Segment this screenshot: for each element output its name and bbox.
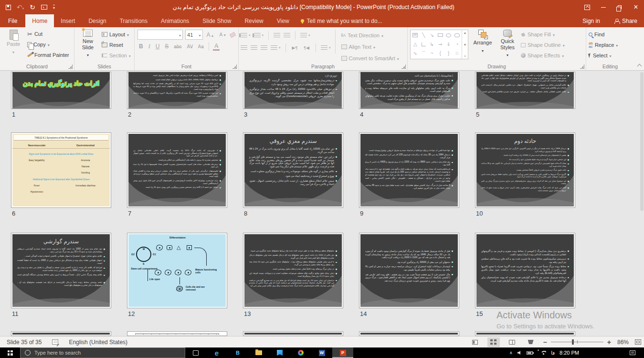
- collapse-ribbon-icon[interactable]: [637, 64, 642, 69]
- bold-icon[interactable]: B: [137, 43, 145, 50]
- align-center-icon[interactable]: [251, 45, 257, 50]
- tab-home[interactable]: Home: [25, 14, 54, 27]
- font-dialog-launcher[interactable]: [232, 65, 237, 69]
- font-size-select[interactable]: 41: [185, 30, 202, 40]
- reading-view-button[interactable]: [506, 337, 518, 347]
- slide-thumbnail[interactable]: [11, 331, 111, 336]
- slideshow-view-button[interactable]: [525, 337, 537, 347]
- task-view-button[interactable]: [185, 347, 206, 358]
- align-text-button[interactable]: Align Text: [340, 42, 401, 52]
- bullets-icon[interactable]: [241, 33, 247, 38]
- tab-animations[interactable]: Animations: [154, 14, 196, 27]
- cut-button[interactable]: ✂Cut: [26, 29, 71, 39]
- save-icon[interactable]: [6, 5, 11, 10]
- bluetooth-taskbar-button[interactable]: B: [227, 347, 248, 358]
- layout-button[interactable]: Layout: [100, 29, 132, 40]
- clipboard-dialog-launcher[interactable]: [68, 65, 73, 69]
- section-button[interactable]: Section: [100, 50, 132, 61]
- zoom-percentage[interactable]: 86%: [617, 339, 629, 346]
- right-brace-shape-icon[interactable]: }: [448, 51, 449, 56]
- slide-thumbnail[interactable]: قبل از حادثه چرنوبیل فقط یك نمونه از مرگ…: [359, 233, 459, 308]
- sign-in-button[interactable]: Sign in: [575, 14, 608, 27]
- shape-effects-button[interactable]: Shape Effects: [519, 50, 566, 61]
- language-status[interactable]: English (United States): [69, 339, 127, 346]
- down-arrow-shape-icon[interactable]: ⇓: [447, 42, 451, 47]
- underline-icon[interactable]: U: [154, 43, 161, 50]
- redo-icon[interactable]: ↻: [30, 4, 35, 11]
- curve-shape-icon[interactable]: ~: [431, 51, 433, 56]
- elbow-connector-icon[interactable]: [422, 43, 426, 46]
- copy-button[interactable]: Copy: [26, 39, 71, 50]
- zoom-slider-handle[interactable]: [572, 339, 574, 345]
- columns-icon[interactable]: [321, 45, 327, 50]
- partial-circle-shape-icon[interactable]: ◔: [455, 42, 458, 47]
- battery-icon[interactable]: [527, 351, 533, 355]
- tab-file[interactable]: File: [0, 14, 25, 27]
- slide-thumbnail[interactable]: در دوزهاي پایین تر، پیشگوئی اثرات به علت…: [475, 72, 575, 109]
- slide-thumbnail[interactable]: سلولهاي سطح پرزهاي روده به طور مرتب کنده…: [243, 233, 343, 308]
- slide-thumbnail[interactable]: سندرم گوارشيدوز تمام بدن بیش از 1000 راد…: [11, 233, 111, 308]
- vertical-scrollbar[interactable]: [640, 72, 644, 211]
- zoom-in-button[interactable]: +: [607, 339, 611, 346]
- triangle-shape-icon[interactable]: △: [413, 42, 417, 47]
- slide-thumbnail[interactable]: اتمی در1954 و مطالعه برروي افراد درمعرض …: [127, 72, 227, 109]
- restore-button[interactable]: [612, 0, 628, 14]
- slide-sorter-view-button[interactable]: [487, 337, 500, 347]
- oval-shape-icon[interactable]: [446, 33, 451, 37]
- scribble-shape-icon[interactable]: ∿: [413, 51, 417, 56]
- strikethrough-icon[interactable]: abc: [172, 44, 183, 49]
- justify-icon[interactable]: [271, 45, 277, 50]
- tab-design[interactable]: Design: [82, 14, 113, 27]
- decrease-font-size-icon[interactable]: A▼: [218, 32, 228, 37]
- elbow-arrow-connector-icon[interactable]: ↳: [430, 42, 434, 47]
- powerpoint-taskbar-button[interactable]: P: [332, 347, 353, 358]
- slide-thumbnail[interactable]: حادثه دومدرسال 1958 دریك حادثه هسته اي د…: [475, 132, 575, 208]
- volume-icon[interactable]: [517, 351, 522, 355]
- slide-thumbnail[interactable]: درتشریح بدن بیمار بعدازمرگ ( اتوپسی )، م…: [475, 233, 575, 308]
- increase-indent-icon[interactable]: [284, 33, 290, 38]
- shape-outline-button[interactable]: Shape Outline: [519, 40, 566, 50]
- shape-fill-button[interactable]: Shape Fill: [519, 29, 566, 40]
- find-button[interactable]: Find: [587, 29, 633, 40]
- italic-icon[interactable]: I: [147, 43, 152, 50]
- zoom-slider[interactable]: [551, 342, 603, 342]
- customize-qat-icon[interactable]: ▾: [53, 5, 55, 10]
- line-spacing-icon[interactable]: [300, 33, 307, 38]
- file-explorer-taskbar-button[interactable]: [248, 347, 269, 358]
- tab-review[interactable]: Review: [238, 14, 270, 27]
- slide-thumbnail[interactable]: [243, 331, 343, 336]
- slide-thumbnail[interactable]: TABLE 8.1 Symptoms of the Prodromal Synd…: [11, 132, 111, 208]
- font-name-select[interactable]: [137, 30, 183, 40]
- slide-thumbnail[interactable]: ( هماتوپوئتیك ) یا مغزاستخوان می نامند.ع…: [359, 72, 459, 109]
- slide-thumbnail[interactable]: اثرات حاد پرتوگیري تمام بدن: [11, 72, 111, 109]
- decrease-indent-icon[interactable]: [274, 33, 280, 38]
- paragraph-dialog-launcher[interactable]: [401, 65, 406, 69]
- taskbar-search-box[interactable]: Type here to search: [20, 347, 185, 358]
- spell-check-icon[interactable]: [52, 339, 58, 345]
- blue-app-taskbar-button[interactable]: [269, 347, 290, 358]
- drawing-dialog-launcher[interactable]: [580, 65, 584, 69]
- slide-thumbnail[interactable]: با دوزپرتوي که باعث مرگ %50 یك جمعیت گرد…: [127, 132, 227, 208]
- slide-thumbnail[interactable]: [359, 331, 459, 336]
- hidden-icons-chevron[interactable]: ∧: [509, 350, 513, 355]
- paint-taskbar-button[interactable]: [290, 347, 311, 358]
- tell-me-box[interactable]: Tell me what you want to do...: [296, 14, 387, 27]
- tab-view[interactable]: View: [270, 14, 296, 27]
- slide-thumbnail[interactable]: سندرم مغزي عروقيدوز تمام بدن 10000 راد ا…: [243, 132, 343, 208]
- slide-thumbnail[interactable]: [127, 331, 227, 336]
- star-shape-icon[interactable]: ☆: [455, 51, 459, 56]
- tab-transitions[interactable]: Transitions: [113, 14, 154, 27]
- reset-button[interactable]: Reset: [100, 40, 132, 50]
- slide-thumbnail[interactable]: [475, 331, 575, 336]
- action-center-icon[interactable]: [630, 350, 635, 355]
- start-button[interactable]: [0, 347, 20, 358]
- increase-font-size-icon[interactable]: A▲: [205, 32, 216, 38]
- paste-button[interactable]: Paste: [1, 29, 26, 54]
- slide-sorter-view[interactable]: Activate Windows Go to Settings to activ…: [0, 71, 644, 336]
- character-spacing-icon[interactable]: AV▾: [185, 44, 194, 49]
- shapes-gallery-scrollbar[interactable]: ▲▼≡: [462, 30, 468, 59]
- tab-insert[interactable]: Insert: [54, 14, 82, 27]
- slide-thumbnail[interactable]: دوپرتو دارد.دربیشتربیمارستانها سه شیوه م…: [243, 72, 343, 109]
- shadow-icon[interactable]: S: [163, 43, 170, 50]
- close-button[interactable]: ×: [628, 0, 644, 14]
